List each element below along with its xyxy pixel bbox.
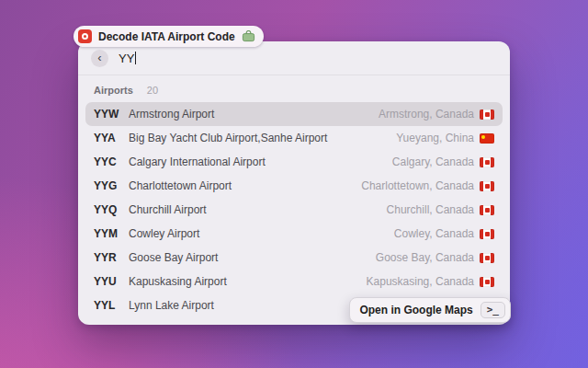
airport-rows: YYW Armstrong Airport Armstrong, Canada … [85,102,503,325]
airport-name: Cowley Airport [129,227,394,240]
airport-location: Calgary, Canada [392,155,474,168]
search-input[interactable]: YY [119,52,136,65]
country-flag-icon [480,325,494,326]
search-input-value: YY [119,52,134,65]
airport-name: Kapuskasing Airport [129,275,367,288]
airport-code: YYU [94,275,122,288]
airport-location: Armstrong, Canada [379,108,474,121]
airport-name: Armstrong Airport [129,108,379,121]
airport-row[interactable]: YYW Armstrong Airport Armstrong, Canada [85,102,503,126]
section-count: 20 [147,85,158,96]
country-flag-icon [480,157,494,167]
airport-name: Lynn Lake Airport [129,299,379,312]
airport-code: YYQ [94,203,122,216]
airport-name: Big Bay Yacht Club Airport,Sanhe Airport [129,132,396,144]
country-flag-icon [480,277,494,287]
command-pill[interactable]: Decode IATA Airport Code [74,26,264,47]
airport-name: Churchill Airport [129,203,387,216]
airport-row[interactable]: YYM Cowley Airport Cowley, Canada [85,222,503,246]
airport-row[interactable]: YYA Big Bay Yacht Club Airport,Sanhe Air… [85,126,503,150]
country-flag-icon [480,253,494,263]
open-in-google-maps-action[interactable]: Open in Google Maps >_ [349,297,511,323]
shortcut-key-badge: >_ [481,302,505,318]
airport-name: Mont-Joli Airport [129,323,385,325]
airport-code: YYC [94,155,122,168]
airport-code: YYW [94,108,122,121]
desktop-background: Decode IATA Airport Code ‹ YY Airports 2… [0,0,588,368]
extension-bag-icon [242,30,255,42]
airport-code: YYR [94,251,122,264]
airport-location: Mont-Joli, Canada [385,323,474,325]
airport-name: Charlottetown Airport [129,179,361,192]
airport-name: Goose Bay Airport [129,251,376,264]
airport-row[interactable]: YYU Kapuskasing Airport Kapuskasing, Can… [85,270,503,293]
country-flag-icon [480,229,494,239]
airport-row[interactable]: YYC Calgary International Airport Calgar… [85,150,503,174]
results-list: Airports 20 YYW Armstrong Airport Armstr… [78,75,510,325]
airport-code: YYY [94,323,122,325]
list-section-header: Airports 20 [85,75,503,102]
airport-name: Calgary International Airport [129,155,392,168]
country-flag-icon [480,205,494,215]
airport-row[interactable]: YYG Charlottetown Airport Charlottetown,… [85,174,503,198]
airport-code: YYG [94,179,122,192]
text-caret [135,52,136,64]
decode-iata-app-icon [78,29,92,43]
country-flag-icon [480,133,494,144]
airport-row[interactable]: YYQ Churchill Airport Churchill, Canada [85,198,503,222]
country-flag-icon [480,109,494,120]
command-pill-title: Decode IATA Airport Code [98,30,235,43]
country-flag-icon [480,181,494,191]
airport-location: Goose Bay, Canada [376,251,474,264]
airport-code: YYL [94,299,122,312]
airport-location: Cowley, Canada [394,227,474,240]
airport-location: Yueyang, China [396,132,474,144]
extension-window: ‹ YY Airports 20 YYW Armstrong Airport A… [78,41,510,325]
airport-location: Charlottetown, Canada [361,179,474,192]
airport-code: YYM [94,227,122,240]
action-label: Open in Google Maps [359,304,472,316]
airport-location: Kapuskasing, Canada [367,275,474,288]
airport-location: Churchill, Canada [387,203,474,216]
back-button[interactable]: ‹ [91,50,108,67]
airport-code: YYA [94,132,122,144]
airport-row[interactable]: YYR Goose Bay Airport Goose Bay, Canada [85,246,503,270]
section-label: Airports [94,85,133,96]
